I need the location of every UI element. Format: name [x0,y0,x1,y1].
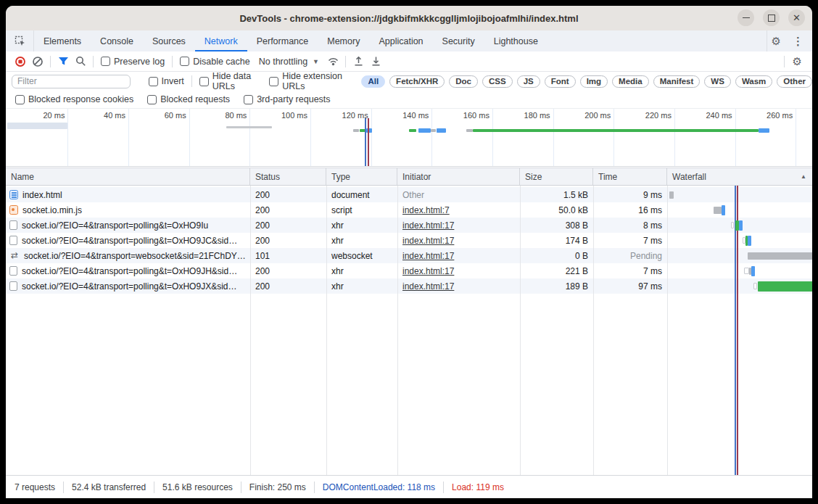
filter-chip-fetch-xhr[interactable]: Fetch/XHR [389,75,445,88]
request-name-cell: socket.io/?EIO=4&transport=polling&t=OxH… [6,233,250,248]
column-header-waterfall[interactable]: Waterfall▲ [667,168,812,185]
initiator-cell: index.html:17 [397,248,520,263]
close-button[interactable]: ✕ [788,9,805,26]
settings-gear-icon[interactable]: ⚙ [767,35,785,48]
initiator-cell: index.html:17 [397,278,520,294]
overview-tick-label: 260 ms [751,111,793,120]
clear-network-log-button[interactable] [29,54,46,70]
filter-chip-js[interactable]: JS [517,75,540,88]
column-header-initiator[interactable]: Initiator [397,168,520,185]
minimize-button[interactable] [738,9,754,26]
filter-input[interactable] [12,75,131,88]
more-options-icon[interactable]: ⋮ [788,35,808,48]
overview-gridline [128,109,129,166]
tab-security[interactable]: Security [433,30,484,51]
3rd-party-requests-label: 3rd-party requests [257,94,330,104]
filter-chip-other[interactable]: Other [777,75,812,88]
time-cell: 8 ms [593,218,667,233]
maximize-button[interactable] [763,9,780,26]
status-cell: 200 [250,202,326,218]
overview-gridline [553,109,554,166]
tab-memory[interactable]: Memory [318,30,369,51]
3rd-party-requests-checkbox[interactable]: 3rd-party requests [244,94,330,104]
export-har-button[interactable] [367,54,384,70]
search-button[interactable] [72,54,89,70]
type-cell: xhr [326,233,397,248]
overview-request-bar [226,126,272,128]
file-icon [9,266,17,276]
blocked-response-cookies-checkbox[interactable]: Blocked response cookies [15,94,133,104]
divider [63,482,64,493]
column-header-type[interactable]: Type [326,168,397,185]
filter-toggle-button[interactable] [54,54,72,70]
initiator-link[interactable]: index.html:17 [402,281,454,292]
divider [784,56,785,67]
filter-chip-font[interactable]: Font [545,75,576,88]
table-row[interactable]: ⇄socket.io/?EIO=4&transport=websocket&si… [6,248,812,263]
filter-chip-ws[interactable]: WS [704,75,731,88]
checkbox-icon [269,77,278,86]
network-settings-gear-icon[interactable]: ⚙ [788,55,806,68]
invert-label: Invert [162,76,184,86]
tab-lighthouse[interactable]: Lighthouse [484,30,548,51]
checkbox-icon [199,77,209,86]
throttling-dropdown[interactable]: No throttling ▼ [259,57,319,67]
tab-console[interactable]: Console [91,30,143,51]
overview-tick-label: 180 ms [508,111,550,120]
tab-performance[interactable]: Performance [247,30,318,51]
title-bar[interactable]: DevTools - chrome-extension://jdgkbifmkk… [6,6,812,31]
file-icon [9,236,17,245]
record-network-log-button[interactable] [12,54,29,70]
hide-data-urls-checkbox[interactable]: Hide data URLs [199,71,263,91]
table-row[interactable]: socket.io/?EIO=4&transport=polling&t=OxH… [6,233,812,248]
divider [314,482,315,493]
initiator-link[interactable]: index.html:7 [402,205,450,215]
table-row[interactable]: socket.io/?EIO=4&transport=polling&t=OxH… [6,278,812,294]
inspect-element-button[interactable] [6,30,34,51]
column-header-size[interactable]: Size [520,168,593,185]
initiator-link[interactable]: index.html:17 [402,236,454,246]
status-cell: 200 [250,187,326,202]
preserve-log-label: Preserve log [114,57,165,67]
minimize-icon [743,17,750,19]
filter-chip-all[interactable]: All [361,75,385,88]
tab-elements[interactable]: Elements [34,30,91,51]
initiator-link[interactable]: index.html:17 [402,266,454,276]
hide-extension-urls-checkbox[interactable]: Hide extension URLs [269,71,349,91]
tab-sources[interactable]: Sources [143,30,195,51]
import-har-button[interactable] [350,54,367,70]
table-row[interactable]: index.html200documentOther1.5 kB9 ms [6,187,812,202]
table-row[interactable]: socket.io/?EIO=4&transport=polling&t=OxH… [6,218,812,233]
status-7-requests: 7 requests [15,482,55,492]
table-row[interactable]: socket.io/?EIO=4&transport=polling&t=OxH… [6,263,812,278]
network-conditions-button[interactable] [324,54,342,70]
type-cell: script [326,202,397,218]
filter-chip-manifest[interactable]: Manifest [653,75,701,88]
column-header-name[interactable]: Name [6,168,250,185]
column-header-time[interactable]: Time [593,168,667,185]
filter-chip-img[interactable]: Img [580,75,608,88]
initiator-link[interactable]: index.html:17 [402,251,454,261]
overview-tick-label: 220 ms [629,111,672,120]
disable-cache-checkbox[interactable]: Disable cache [180,57,250,67]
table-row[interactable]: socket.io.min.js200scriptindex.html:750.… [6,202,812,218]
filter-chip-wasm[interactable]: Wasm [735,75,772,88]
filter-chip-css[interactable]: CSS [482,75,513,88]
tab-network[interactable]: Network [195,30,247,51]
size-cell: 221 B [520,263,593,278]
invert-checkbox[interactable]: Invert [149,76,184,86]
network-overview-timeline[interactable]: 20 ms40 ms60 ms80 ms100 ms120 ms140 ms16… [6,109,812,167]
tab-application[interactable]: Application [369,30,432,51]
hide-data-urls-label: Hide data URLs [212,71,263,91]
blocked-requests-checkbox[interactable]: Blocked requests [147,94,230,104]
overview-tick-label: 60 ms [144,111,186,120]
checkbox-icon [244,95,253,104]
column-header-status[interactable]: Status [250,168,326,185]
filter-chip-doc[interactable]: Doc [449,75,478,88]
filter-chip-media[interactable]: Media [612,75,649,88]
column-header-label: Name [11,172,34,182]
initiator-link[interactable]: index.html:17 [402,220,454,231]
overview-gridline [67,109,68,166]
file-icon [9,281,17,291]
preserve-log-checkbox[interactable]: Preserve log [101,57,165,67]
